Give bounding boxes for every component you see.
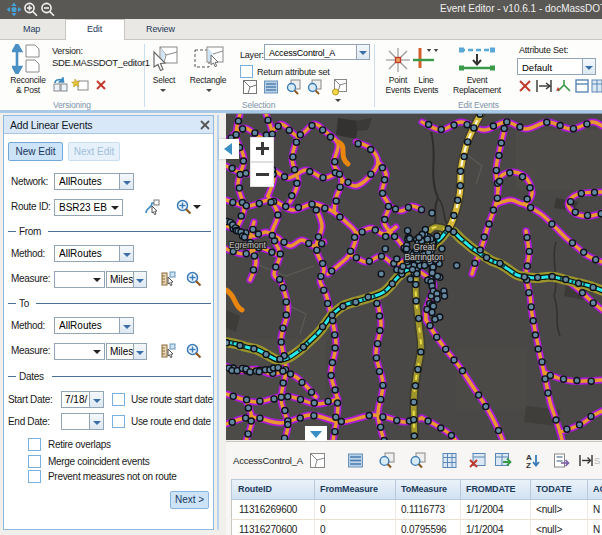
svg-text:Barrington: Barrington [404, 252, 443, 262]
svg-text:Great: Great [413, 242, 435, 252]
svg-text:Z: Z [526, 461, 531, 470]
svg-text:Egremont: Egremont [229, 240, 266, 250]
